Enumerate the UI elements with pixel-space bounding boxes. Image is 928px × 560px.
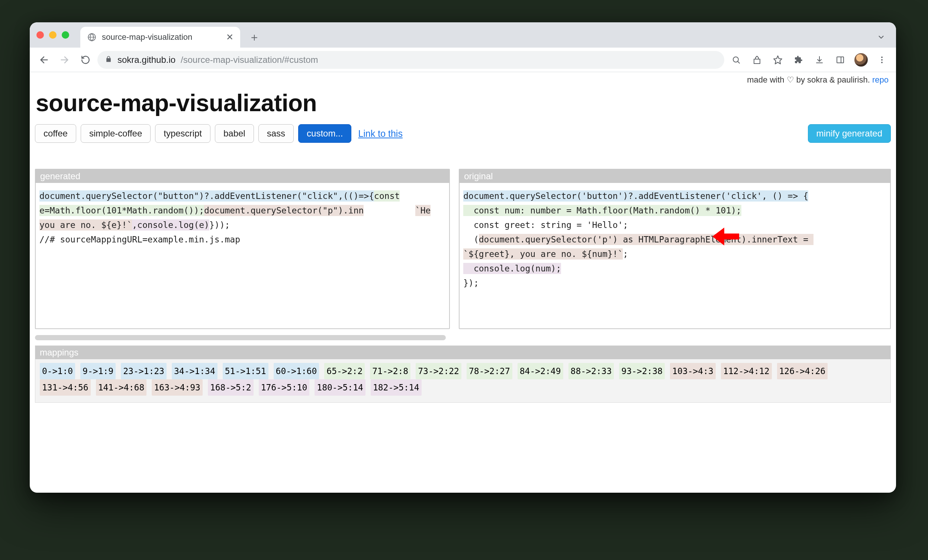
tab-custom[interactable]: custom... — [298, 124, 351, 143]
mapping-item[interactable]: 88->2:33 — [568, 363, 614, 379]
minimize-window-button[interactable] — [49, 31, 56, 39]
url-path: /source-map-visualization/#custom — [181, 55, 318, 65]
mapping-item[interactable]: 73->2:22 — [416, 363, 461, 379]
scrollbar-thumb[interactable] — [35, 335, 446, 340]
mapping-item[interactable]: 9->1:9 — [80, 363, 116, 379]
extensions-icon[interactable] — [790, 51, 807, 69]
mappings-panel: mappings 0->1:09->1:923->1:2334->1:3451-… — [35, 345, 891, 403]
globe-icon — [87, 32, 97, 42]
mapping-item[interactable]: 112->4:12 — [721, 363, 772, 379]
back-button[interactable] — [35, 51, 53, 69]
mapping-item[interactable]: 176->5:10 — [259, 379, 310, 396]
tab-babel[interactable]: babel — [215, 124, 254, 143]
original-panel: original document.querySelector('button'… — [459, 169, 891, 329]
mapping-item[interactable]: 163->4:93 — [152, 379, 203, 396]
svg-point-10 — [881, 56, 883, 58]
original-code[interactable]: document.querySelector('button')?.addEve… — [459, 183, 890, 328]
tab-typescript[interactable]: typescript — [155, 124, 211, 143]
page-content: made with ♡ by sokra & paulirish. repo s… — [30, 72, 896, 493]
tab-simple-coffee[interactable]: simple-coffee — [81, 124, 151, 143]
reload-button[interactable] — [76, 51, 95, 69]
mapping-item[interactable]: 182->5:14 — [371, 379, 421, 396]
mapping-item[interactable]: 51->1:51 — [223, 363, 269, 379]
new-tab-button[interactable]: ＋ — [246, 29, 263, 45]
mapping-item[interactable]: 65->2:2 — [324, 363, 365, 379]
generated-panel: generated document.querySelector("button… — [35, 169, 450, 329]
minify-generated-button[interactable]: minify generated — [808, 124, 891, 143]
mapping-item[interactable]: 0->1:0 — [40, 363, 75, 379]
credits: made with ♡ by sokra & paulirish. repo — [747, 75, 888, 85]
mapping-item[interactable]: 131->4:56 — [40, 379, 91, 396]
mapping-item[interactable]: 71->2:8 — [370, 363, 411, 379]
browser-toolbar: sokra.github.io/source-map-visualization… — [30, 47, 896, 72]
credits-prefix: made with — [747, 75, 786, 84]
url-host: sokra.github.io — [118, 55, 176, 65]
mapping-item[interactable]: 23->1:23 — [121, 363, 166, 379]
profile-avatar[interactable] — [852, 51, 870, 69]
svg-marker-6 — [774, 56, 782, 64]
horizontal-scrollbar[interactable] — [35, 335, 891, 340]
code-panels: generated document.querySelector("button… — [35, 169, 891, 329]
bookmark-star-icon[interactable] — [769, 51, 787, 69]
search-icon[interactable] — [727, 51, 745, 69]
lock-icon — [105, 55, 112, 65]
kebab-menu-icon[interactable] — [873, 51, 891, 69]
svg-point-12 — [881, 62, 883, 63]
forward-button[interactable] — [56, 51, 73, 69]
page-title: source-map-visualization — [36, 89, 891, 117]
mapping-item[interactable]: 180->5:14 — [314, 379, 365, 396]
heart-icon: ♡ — [787, 75, 794, 84]
omnibox[interactable]: sokra.github.io/source-map-visualization… — [98, 51, 724, 69]
tab-title: source-map-visualization — [102, 32, 192, 42]
mapping-item[interactable]: 78->2:27 — [467, 363, 512, 379]
repo-link[interactable]: repo — [872, 75, 888, 84]
mappings-panel-header: mappings — [35, 346, 890, 359]
credits-mid: by sokra & paulirish. — [794, 75, 872, 84]
link-to-this[interactable]: Link to this — [358, 128, 403, 139]
example-tabs: coffee simple-coffee typescript babel sa… — [35, 124, 891, 143]
generated-panel-header: generated — [36, 169, 449, 183]
tab-sass[interactable]: sass — [258, 124, 294, 143]
mapping-item[interactable]: 168->5:2 — [208, 379, 253, 396]
mapping-item[interactable]: 34->1:34 — [172, 363, 218, 379]
mapping-item[interactable]: 141->4:68 — [96, 379, 147, 396]
tabs-overflow-button[interactable] — [873, 29, 889, 45]
mappings-list: 0->1:09->1:923->1:2334->1:3451->1:5160->… — [35, 359, 890, 402]
window-traffic-lights — [37, 22, 80, 47]
generated-code[interactable]: document.querySelector("button")?.addEve… — [36, 183, 449, 285]
mapping-item[interactable]: 60->1:60 — [274, 363, 319, 379]
mapping-item[interactable]: 93->2:38 — [619, 363, 665, 379]
browser-tab[interactable]: source-map-visualization ✕ — [80, 27, 240, 47]
close-window-button[interactable] — [37, 31, 44, 39]
mapping-item[interactable]: 103->4:3 — [670, 363, 716, 379]
svg-rect-8 — [837, 57, 844, 63]
share-icon[interactable] — [748, 51, 766, 69]
panel-toggle-icon[interactable] — [831, 51, 849, 69]
svg-point-11 — [881, 59, 883, 61]
mapping-item[interactable]: 84->2:49 — [517, 363, 563, 379]
browser-window: source-map-visualization ✕ ＋ sokra.githu… — [30, 22, 896, 493]
svg-line-4 — [738, 61, 740, 63]
downloads-icon[interactable] — [810, 51, 828, 69]
original-panel-header: original — [459, 169, 890, 183]
tab-strip: source-map-visualization ✕ ＋ — [30, 22, 896, 47]
maximize-window-button[interactable] — [62, 31, 69, 39]
close-tab-icon[interactable]: ✕ — [226, 32, 234, 43]
mapping-item[interactable]: 126->4:26 — [777, 363, 828, 379]
svg-rect-5 — [754, 59, 760, 64]
tab-coffee[interactable]: coffee — [35, 124, 76, 143]
